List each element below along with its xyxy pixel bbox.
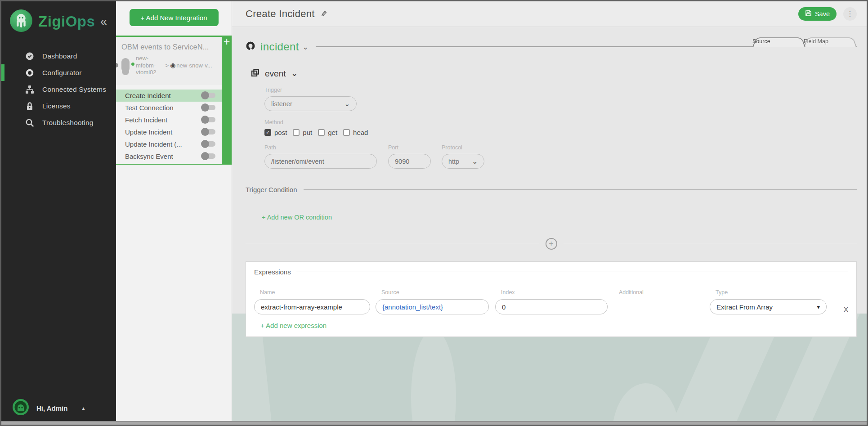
sidebar: ZigiOps « Dashboard Configurator Conn [1, 1, 116, 425]
expression-type-select[interactable]: Extract From Array ▾ [710, 299, 827, 314]
expression-additional-label: Additional [619, 289, 710, 296]
port-label: Port [388, 144, 431, 151]
operation-toggle[interactable] [202, 153, 215, 159]
add-operation-icon[interactable]: + [222, 36, 232, 47]
window-bottom-edge [1, 421, 867, 425]
chevron-down-icon[interactable]: ⌄ [291, 70, 297, 77]
status-dot [131, 63, 134, 66]
operation-toggle[interactable] [202, 105, 215, 110]
add-section-divider: + [246, 238, 857, 250]
port-input[interactable] [395, 158, 424, 165]
logo-row: ZigiOps « [1, 1, 116, 39]
operation-update-incident-2[interactable]: Update Incident (... [116, 138, 222, 150]
sidebar-item-label: Licenses [42, 102, 71, 110]
add-new-integration-button[interactable]: + Add New Integration [130, 9, 219, 26]
path-input[interactable] [271, 158, 370, 165]
tab-field-map[interactable]: Field Map [804, 36, 857, 47]
operation-backsync-event[interactable]: Backsync Event [116, 150, 222, 162]
sidebar-item-label: Configurator [42, 69, 82, 77]
collapse-sidebar-icon[interactable]: « [100, 16, 107, 28]
search-icon [25, 118, 35, 127]
operation-toggle[interactable] [202, 93, 215, 98]
expression-source-input[interactable] [382, 303, 482, 311]
sidebar-item-licenses[interactable]: Licenses [1, 98, 116, 114]
operation-fetch-incident[interactable]: Fetch Incident [116, 114, 222, 126]
sidebar-item-dashboard[interactable]: Dashboard [1, 48, 116, 64]
checkbox-head[interactable]: ✓ head [343, 129, 368, 136]
integration-title: OBM events to ServiceN... [121, 43, 218, 51]
page-title: Create Incident [246, 8, 315, 20]
sidebar-item-label: Connected Systems [42, 85, 106, 94]
zigiops-logo-icon [9, 9, 33, 34]
trigger-dropdown[interactable]: listener ⌄ [264, 96, 357, 111]
chevron-down-icon: ⌄ [472, 157, 478, 166]
add-or-condition-link[interactable]: + Add new OR condition [262, 214, 332, 221]
save-button[interactable]: Save [798, 7, 837, 21]
source-tab-content: incident ⌄ Source Field Map [232, 27, 867, 337]
sidebar-item-troubleshooting[interactable]: Troubleshooting [1, 114, 116, 131]
add-expression-link[interactable]: + Add new expression [260, 322, 327, 329]
sidebar-item-configurator[interactable]: Configurator [1, 64, 116, 81]
operation-update-incident[interactable]: Update Incident [116, 126, 222, 138]
checkbox-get[interactable]: ✓ get [318, 129, 337, 136]
method-checkboxes: ✓ post ✓ put ✓ get ✓ head [264, 129, 857, 136]
expression-row: Name Source Index Additional [254, 289, 848, 314]
add-section-icon[interactable]: + [546, 238, 557, 250]
checkbox-post[interactable]: ✓ post [264, 129, 287, 136]
trigger-label: Trigger [264, 87, 857, 93]
expression-name-input[interactable] [261, 303, 363, 311]
target-node-icon: ◉ [170, 62, 175, 69]
remove-expression-button[interactable]: X [844, 305, 848, 313]
protocol-dropdown[interactable]: http ⌄ [442, 154, 484, 169]
sidebar-nav: Dashboard Configurator Connected Systems… [1, 48, 116, 131]
expressions-title: Expressions [254, 268, 291, 276]
operation-create-incident[interactable]: Create Incident [116, 90, 222, 102]
avatar [12, 399, 29, 417]
main-area: Create Incident ✎ Save ⋮ incident ⌄ [232, 1, 867, 425]
dashboard-icon [25, 52, 35, 61]
select-caret-icon: ▾ [817, 304, 820, 310]
incident-section-header: incident ⌄ Source Field Map [246, 36, 857, 58]
sidebar-item-connected-systems[interactable]: Connected Systems [1, 81, 116, 98]
event-icon [251, 68, 260, 79]
more-options-button[interactable]: ⋮ [843, 7, 857, 21]
operation-test-connection[interactable]: Test Connection [116, 102, 222, 114]
lock-icon [25, 102, 35, 111]
expression-name-label: Name [260, 289, 376, 296]
sidebar-item-label: Dashboard [42, 52, 77, 60]
path-label: Path [264, 144, 377, 151]
decorative-ellipse [612, 383, 680, 421]
operation-toggle[interactable] [202, 129, 215, 135]
chevron-down-icon[interactable]: ⌄ [302, 43, 309, 51]
event-title: event [265, 69, 286, 79]
source-system-icon [121, 58, 130, 72]
operation-toggle[interactable] [202, 117, 215, 122]
integration-nodes: new- mfobm- vtomi02 > ◉ new-snow-v... [121, 55, 218, 76]
event-block: event ⌄ Trigger listener ⌄ Method ✓ post… [251, 68, 857, 169]
user-greeting: Hi, Admin [36, 404, 67, 412]
operation-toggle[interactable] [202, 141, 215, 147]
edit-title-icon[interactable]: ✎ [321, 9, 327, 19]
path-port-protocol-row: Path Port Protocol http ⌄ [251, 136, 857, 169]
operations-list: Create Incident Test Connection Fetch In… [116, 90, 222, 165]
decorative-ellipse [411, 330, 456, 421]
sidebar-item-label: Troubleshooting [42, 119, 94, 127]
integrations-panel: + Add New Integration + OBM events to Se… [116, 1, 232, 425]
chevron-down-icon: ⌄ [344, 100, 350, 108]
caret-up-icon[interactable]: ▲ [81, 406, 85, 411]
check-icon: ✓ [266, 130, 270, 135]
integration-card[interactable]: OBM events to ServiceN... new- mfobm- vt… [116, 36, 222, 85]
user-menu[interactable]: Hi, Admin ▲ [12, 399, 85, 417]
configurator-icon [25, 68, 35, 77]
event-header: event ⌄ [251, 68, 857, 79]
tab-source[interactable]: Source [752, 36, 805, 47]
target-node-label: new-snow-v... [176, 62, 212, 69]
expression-index-label: Index [501, 289, 613, 296]
section-rule [296, 272, 848, 272]
integration-card-wrap: + OBM events to ServiceN... new- mfobm- … [116, 36, 232, 165]
incident-icon [246, 41, 255, 53]
brand-name: ZigiOps [38, 13, 95, 30]
checkbox-put[interactable]: ✓ put [293, 129, 312, 136]
expression-index-input[interactable] [502, 303, 601, 311]
connected-systems-icon [25, 85, 35, 94]
